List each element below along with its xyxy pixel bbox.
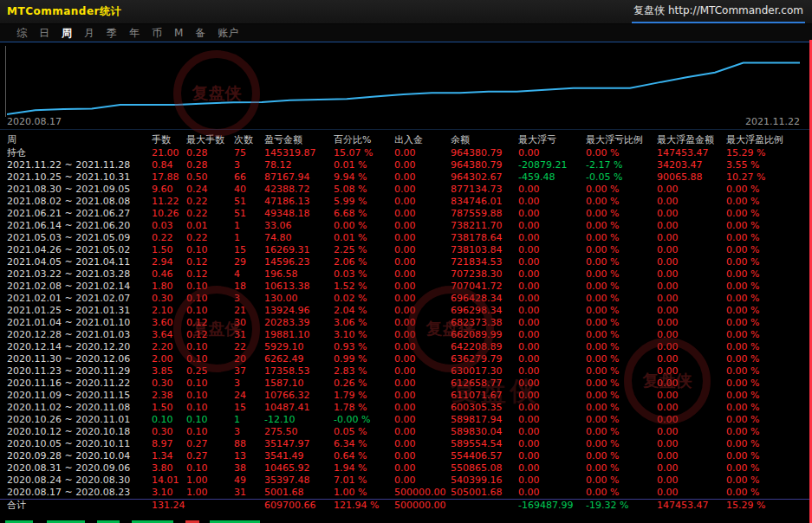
- cell: 1.00: [186, 475, 234, 487]
- cell: 0.00: [518, 305, 586, 317]
- table-row[interactable]: 2020.11.23 ~ 2020.11.293.850.253717358.5…: [0, 365, 812, 378]
- cell: 2.06 %: [334, 256, 394, 268]
- cell: 10487.41: [264, 402, 334, 414]
- cell: 0.00: [657, 450, 726, 462]
- cell: 0.46: [152, 268, 186, 281]
- cell: 3.64: [152, 329, 186, 341]
- cell: 17358.53: [264, 365, 334, 378]
- cell: 0.00 %: [726, 244, 804, 256]
- menu-item-7[interactable]: 币: [146, 24, 168, 42]
- table-row[interactable]: 2020.10.26 ~ 2020.11.010.100.101-12.10-0…: [0, 414, 812, 426]
- cell: 2.83 %: [334, 365, 394, 378]
- cell: 0.00 %: [586, 414, 657, 426]
- table-row[interactable]: 2021.08.30 ~ 2021.09.059.600.244042388.7…: [0, 184, 812, 196]
- table-row[interactable]: 2020.08.24 ~ 2020.08.3014.011.004935397.…: [0, 475, 812, 487]
- cell: 0.00: [394, 365, 451, 378]
- table-row[interactable]: 2021.06.14 ~ 2021.06.200.030.01133.060.0…: [0, 220, 812, 232]
- cell: 0.00 %: [586, 268, 657, 281]
- cell: 0.00: [518, 220, 586, 232]
- table-row[interactable]: 2020.11.30 ~ 2020.12.062.000.10206262.49…: [0, 353, 812, 365]
- table-row[interactable]: 2021.05.03 ~ 2021.05.090.220.22174.800.0…: [0, 232, 812, 244]
- table-row[interactable]: 2021.08.02 ~ 2021.08.0811.220.225147186.…: [0, 196, 812, 208]
- cell: 2020.08.31 ~ 2020.09.06: [7, 462, 152, 475]
- cell: 2021.05.03 ~ 2021.05.09: [7, 232, 152, 244]
- cell: 10.27 %: [726, 171, 804, 184]
- title-bar: MTCommander统计 复盘侠 http://MTCommander.com: [0, 0, 812, 24]
- cell: 2020.09.28 ~ 2020.10.04: [7, 450, 152, 462]
- cell: 0.00: [518, 365, 586, 378]
- cell: 4: [234, 268, 264, 281]
- menu-item-3[interactable]: 周: [55, 24, 78, 42]
- table-row[interactable]: 2021.10.25 ~ 2021.10.3117.880.506687167.…: [0, 171, 812, 184]
- menu-item-9[interactable]: 备: [189, 24, 211, 42]
- cell: 0.00: [657, 353, 726, 365]
- cell: 0.03: [152, 220, 186, 232]
- cell: 30: [234, 317, 264, 329]
- brand-link[interactable]: 复盘侠 http://MTCommander.com: [632, 1, 805, 23]
- cell: 0.00: [394, 184, 451, 196]
- cell: 2.25 %: [334, 244, 394, 256]
- cell: 642208.89: [451, 341, 518, 353]
- cell: 834746.01: [451, 196, 518, 208]
- menu-item-4[interactable]: 月: [78, 24, 101, 42]
- cell: 3541.49: [264, 450, 334, 462]
- cell: 0.12: [186, 268, 234, 281]
- column-header: 次数: [234, 134, 264, 146]
- menu-item-10[interactable]: 账户: [211, 24, 244, 42]
- table-row[interactable]: 2021.11.22 ~ 2021.11.280.840.28378.120.0…: [0, 159, 812, 171]
- table-row[interactable]: 2021.03.22 ~ 2021.03.280.460.124196.580.…: [0, 268, 812, 281]
- table-row[interactable]: 2021.02.08 ~ 2021.02.141.800.101810613.3…: [0, 281, 812, 293]
- menu-item-6[interactable]: 年: [123, 24, 146, 42]
- table-row[interactable]: 2020.08.17 ~ 2020.08.233.101.00315001.68…: [0, 487, 812, 499]
- cell: 0.00: [657, 402, 726, 414]
- cell: 0.00: [394, 426, 451, 438]
- table-row[interactable]: 2020.11.02 ~ 2020.11.081.500.101510487.4…: [0, 402, 812, 414]
- cell: 2020.11.09 ~ 2020.11.15: [7, 390, 152, 402]
- stats-table: 周手数最大手数次数盈亏金额百分比%出入金余额最大浮亏最大浮亏比例最大浮盈金额最大…: [0, 133, 812, 511]
- cell: 29: [234, 256, 264, 268]
- cell: 0.00 %: [586, 353, 657, 365]
- table-row[interactable]: 2020.10.12 ~ 2020.10.180.300.103275.500.…: [0, 426, 812, 438]
- table-row[interactable]: 2020.11.09 ~ 2020.11.152.380.102410766.3…: [0, 390, 812, 402]
- cell: 66: [234, 171, 264, 184]
- cell: 0.27: [186, 438, 234, 450]
- cell: 0.00: [394, 171, 451, 184]
- table-row[interactable]: 2021.06.21 ~ 2021.06.2710.260.225149348.…: [0, 208, 812, 220]
- cell: 0.02 %: [334, 293, 394, 305]
- cell: 51: [234, 208, 264, 220]
- cell: 2021.08.02 ~ 2021.08.08: [7, 196, 152, 208]
- cell: 47186.13: [264, 196, 334, 208]
- table-row[interactable]: 2020.10.05 ~ 2020.10.118.970.278835147.9…: [0, 438, 812, 450]
- table-row[interactable]: 2021.02.01 ~ 2021.02.070.300.103130.000.…: [0, 293, 812, 305]
- table-row[interactable]: 2020.11.16 ~ 2020.11.220.300.1031587.100…: [0, 378, 812, 390]
- table-row[interactable]: 2020.12.14 ~ 2020.12.202.200.10225929.10…: [0, 341, 812, 353]
- menu-item-2[interactable]: 日: [33, 24, 55, 42]
- cell: 0.00: [657, 208, 726, 220]
- cell: 0.10: [186, 281, 234, 293]
- table-row[interactable]: 2020.08.31 ~ 2020.09.063.800.103810465.9…: [0, 462, 812, 475]
- table-row[interactable]: 2020.09.28 ~ 2020.10.041.340.27133541.49…: [0, 450, 812, 462]
- table-row[interactable]: 2021.04.26 ~ 2021.05.021.500.101516269.3…: [0, 244, 812, 256]
- cell: 0.00 %: [726, 293, 804, 305]
- cell: 0.27: [186, 450, 234, 462]
- cell: 0.24: [186, 184, 234, 196]
- cell: 505001.68: [451, 487, 518, 499]
- cell: 707041.72: [451, 281, 518, 293]
- cell: 0.00: [518, 378, 586, 390]
- menu-item-1[interactable]: 综: [10, 24, 33, 42]
- menu-item-8[interactable]: M: [168, 24, 189, 42]
- cell: 20283.39: [264, 317, 334, 329]
- table-row[interactable]: 2021.04.05 ~ 2021.04.112.940.122914596.2…: [0, 256, 812, 268]
- table-row[interactable]: 2021.01.04 ~ 2021.01.103.600.123020283.3…: [0, 317, 812, 329]
- cell: 5929.10: [264, 341, 334, 353]
- table-row[interactable]: 2020.12.28 ~ 2021.01.033.640.123119881.1…: [0, 329, 812, 341]
- cell: 0.00: [394, 329, 451, 341]
- cell: 0.30: [152, 426, 186, 438]
- cell: 0.00: [394, 378, 451, 390]
- cell: 40: [234, 184, 264, 196]
- table-row[interactable]: 2021.01.25 ~ 2021.01.312.100.102113924.9…: [0, 305, 812, 317]
- mini-chart-strip: [0, 520, 277, 523]
- column-header: 最大浮盈金额: [657, 134, 726, 146]
- table-row[interactable]: 持仓21.000.2875145319.8715.07 %0.00964380.…: [0, 147, 812, 159]
- menu-item-5[interactable]: 季: [101, 24, 123, 42]
